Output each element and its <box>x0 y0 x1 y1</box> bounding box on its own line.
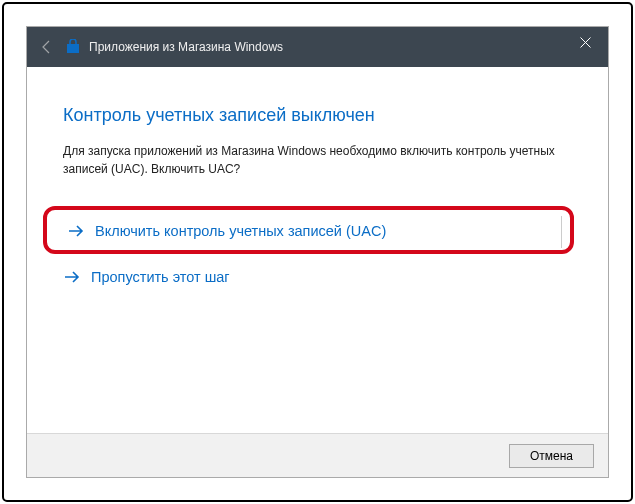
option-enable-uac-label: Включить контроль учетных записей (UAC) <box>95 223 386 239</box>
divider <box>561 216 562 248</box>
option-skip-label: Пропустить этот шаг <box>91 269 230 285</box>
arrow-right-icon <box>67 222 85 240</box>
arrow-left-icon <box>39 39 55 55</box>
window-title: Приложения из Магазина Windows <box>89 40 283 54</box>
close-icon <box>580 37 591 48</box>
close-button[interactable] <box>563 27 608 57</box>
svg-rect-0 <box>67 44 79 53</box>
store-icon <box>65 39 81 55</box>
page-description: Для запуска приложений из Магазина Windo… <box>63 142 572 178</box>
option-enable-uac[interactable]: Включить контроль учетных записей (UAC) <box>63 216 572 246</box>
dialog-window: Приложения из Магазина Windows Контроль … <box>26 26 609 478</box>
content-area: Контроль учетных записей выключен Для за… <box>27 67 608 433</box>
footer: Отмена <box>27 433 608 477</box>
cancel-button[interactable]: Отмена <box>509 444 594 468</box>
titlebar: Приложения из Магазина Windows <box>27 27 608 67</box>
option-skip[interactable]: Пропустить этот шаг <box>63 266 572 288</box>
arrow-right-icon <box>63 268 81 286</box>
back-button[interactable] <box>33 33 61 61</box>
page-heading: Контроль учетных записей выключен <box>63 105 572 126</box>
